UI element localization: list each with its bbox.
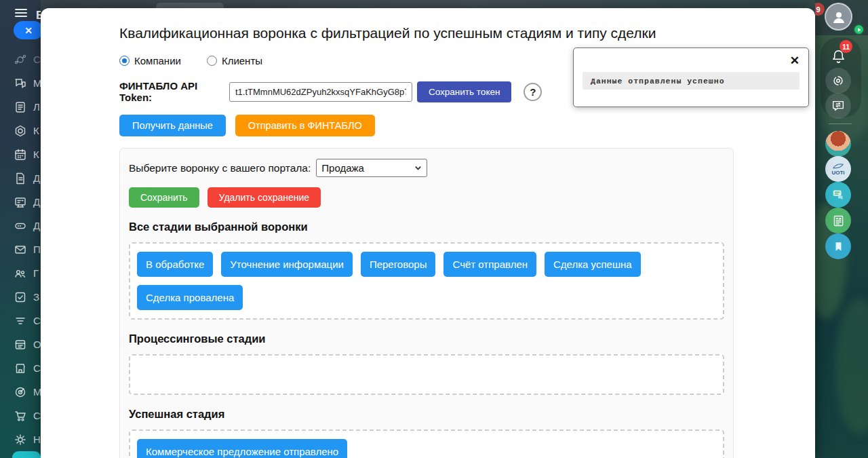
drive-icon	[14, 219, 27, 233]
stage-button[interactable]: Коммерческое предложение отправлено	[137, 439, 347, 458]
feed-icon	[14, 100, 27, 114]
sidebar-item-14[interactable]: М	[0, 380, 41, 404]
notifications-count-badge: 11	[840, 40, 852, 53]
comments-icon	[831, 187, 846, 202]
online-status-badge	[853, 24, 865, 35]
bookmark-app-button[interactable]	[825, 233, 851, 259]
open-lines-button[interactable]	[825, 93, 851, 119]
hexagon-icon	[14, 124, 27, 138]
screen: Б ✕ С М Л К К	[0, 0, 868, 458]
token-label: ФИНТАБЛО API Token:	[119, 80, 229, 103]
bookmark-icon	[832, 240, 845, 253]
news-doc-icon	[831, 214, 846, 228]
sidebar-item-10[interactable]: З	[0, 285, 41, 309]
stage-button[interactable]: Сделка успешна	[545, 252, 641, 277]
board-icon	[14, 195, 27, 209]
toast-notification: ✕ Данные отправлены успешно	[573, 47, 809, 107]
sidebar-item-11[interactable]: С	[0, 309, 41, 332]
stage-button[interactable]: Счёт отправлен	[443, 252, 536, 277]
sidebar-item-2[interactable]: Л	[0, 95, 41, 119]
envelope-icon	[14, 243, 27, 256]
sidebar-close-button[interactable]: ✕	[14, 21, 41, 39]
page-title: Квалификационная воронка с фильтрацией п…	[119, 25, 734, 41]
sidebar-item-13[interactable]: С	[0, 356, 41, 380]
api-token-input[interactable]	[229, 82, 412, 102]
left-sidebar: Б ✕ С М Л К К	[0, 0, 41, 458]
processing-stages-dropzone	[129, 354, 724, 395]
funnel-select[interactable]: Продажа	[316, 159, 427, 177]
section-all-stages-heading: Все стадии выбранной воронки	[129, 221, 724, 233]
chat-app-button[interactable]	[825, 182, 851, 208]
chat-sync-icon	[831, 98, 846, 113]
stage-button[interactable]: Переговоры	[361, 252, 436, 277]
radio-clients[interactable]: Клиенты	[207, 55, 262, 66]
sidebar-item-1[interactable]: М	[0, 71, 41, 95]
sidebar-item-0[interactable]: С	[0, 47, 41, 71]
news-app-button[interactable]	[825, 208, 851, 233]
section-success-heading: Успешная стадия	[129, 408, 724, 421]
sidebar-menu: С М Л К К Д Д	[0, 47, 41, 451]
sidebar-bottom-button[interactable]	[12, 451, 41, 458]
sidebar-item-6[interactable]: Д	[0, 190, 41, 214]
task-check-icon	[14, 290, 27, 304]
sidebar-item-12[interactable]: О	[0, 332, 41, 356]
sidebar-item-9[interactable]: Г	[0, 261, 41, 285]
toast-close-button[interactable]: ✕	[790, 54, 800, 68]
sidebar-item-7[interactable]: Д	[0, 214, 41, 237]
chevron-down-icon	[414, 164, 422, 172]
chats-icon	[14, 77, 27, 90]
radio-unselected-icon[interactable]	[207, 56, 217, 66]
uoti-label: UOTi	[832, 170, 845, 176]
get-data-button[interactable]: Получить данные	[119, 115, 226, 136]
calendar-icon	[14, 148, 27, 161]
sidebar-item-3[interactable]: К	[0, 119, 41, 142]
person-icon	[831, 9, 847, 25]
people-icon	[14, 267, 27, 280]
radio-companies-label: Компании	[134, 55, 181, 66]
support-button[interactable]	[825, 68, 851, 94]
sidebar-item-4[interactable]: К	[0, 142, 41, 166]
stage-button[interactable]: Сделка провалена	[137, 285, 243, 310]
uoti-app-button[interactable]: UOTi	[825, 156, 851, 182]
contact-avatar[interactable]	[825, 131, 851, 157]
funnel-select-value: Продажа	[321, 162, 364, 174]
right-rail: 9 11 UOTi	[815, 0, 868, 458]
target-icon	[14, 385, 27, 399]
box-list-icon	[14, 338, 27, 351]
section-processing-heading: Процессинговые стадии	[129, 332, 724, 345]
sidebar-item-5[interactable]: Д	[0, 166, 41, 190]
help-button[interactable]: ?	[524, 83, 542, 101]
radio-companies[interactable]: Компании	[119, 55, 181, 66]
success-stage-dropzone: Коммерческое предложение отправлено	[129, 430, 724, 458]
user-avatar[interactable]	[825, 3, 852, 31]
actions-row: Получить данные Отправить в ФИНТАБЛО	[119, 115, 734, 136]
send-fintablo-button[interactable]: Отправить в ФИНТАБЛО	[235, 115, 375, 136]
stage-button[interactable]: В обработке	[137, 252, 213, 277]
sidebar-item-15[interactable]: С	[0, 404, 41, 427]
background-grass-blob	[835, 299, 868, 434]
sidebar-item-8[interactable]: П	[0, 237, 41, 261]
funnel-panel: Выберите воронку с вашего портала: Прода…	[119, 148, 734, 458]
all-stages-dropzone: В обработке Уточнение информации Перегов…	[129, 242, 724, 320]
feather-icon	[832, 163, 844, 170]
atom-icon	[14, 53, 27, 66]
rail-divider	[829, 123, 852, 124]
play-icon	[856, 27, 862, 33]
funnel-select-label: Выберите воронку с вашего портала:	[129, 162, 311, 174]
gear-icon	[14, 433, 27, 446]
save-token-button[interactable]: Сохранить токен	[417, 81, 511, 102]
funnel-icon	[14, 314, 27, 328]
store-icon	[14, 362, 27, 375]
radio-selected-icon[interactable]	[119, 56, 130, 66]
menu-burger-icon[interactable]	[15, 9, 27, 18]
toast-message: Данные отправлены успешно	[583, 72, 800, 90]
stage-button[interactable]: Уточнение информации	[221, 252, 353, 277]
cart-icon	[14, 409, 27, 423]
delete-save-button[interactable]: Удалить сохранение	[208, 187, 321, 208]
radio-clients-label: Клиенты	[222, 55, 262, 66]
document-icon	[14, 172, 27, 185]
sidebar-item-16[interactable]: Н	[0, 427, 41, 451]
save-button[interactable]: Сохранить	[129, 187, 199, 208]
spiral-icon	[831, 73, 846, 88]
logo-letter: Б	[36, 9, 41, 22]
